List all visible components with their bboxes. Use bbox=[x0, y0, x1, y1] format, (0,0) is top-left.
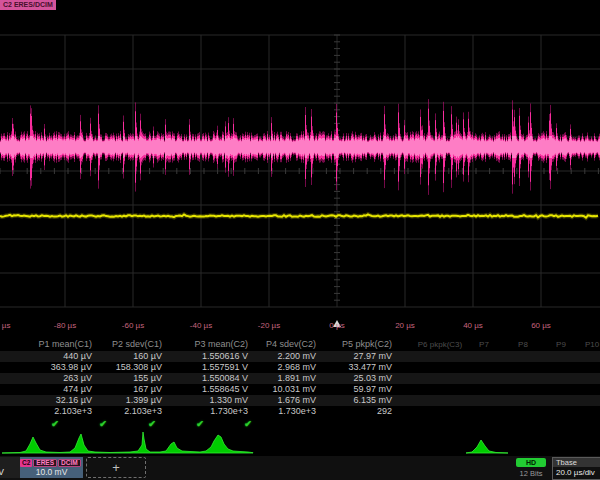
param-value: 1.330 mV bbox=[166, 395, 248, 406]
param-header: P5 pkpk(C2) bbox=[320, 338, 392, 351]
status-check-icon: ✔ bbox=[238, 419, 258, 429]
param-value: 33.477 mV bbox=[320, 362, 392, 373]
param-value: 2.103e+3 bbox=[98, 406, 162, 417]
param-value: 1.558645 V bbox=[166, 384, 248, 395]
histogram-trace bbox=[466, 440, 508, 453]
param-value: 2.103e+3 bbox=[6, 406, 92, 417]
param-value: 1.399 µV bbox=[98, 395, 162, 406]
time-axis-label: -20 µs bbox=[241, 321, 297, 330]
c2-badge: C2 bbox=[20, 459, 32, 467]
param-header: P4 sdev(C2) bbox=[252, 338, 316, 351]
param-column-p5[interactable]: P5 pkpk(C2)27.97 mV33.477 mV25.03 mV59.9… bbox=[320, 338, 392, 417]
parameter-histogram bbox=[0, 432, 600, 456]
param-value: 27.97 mV bbox=[320, 351, 392, 362]
param-value: 167 µV bbox=[98, 384, 162, 395]
param-header-inactive: P10 bbox=[557, 338, 600, 351]
param-value: 1.557591 V bbox=[166, 362, 248, 373]
param-column-p4[interactable]: P4 sdev(C2)2.200 mV2.968 mV1.891 mV10.03… bbox=[252, 338, 316, 417]
time-axis-label: -80 µs bbox=[37, 321, 93, 330]
param-header: P3 mean(C2) bbox=[166, 338, 248, 351]
trace-annotation-badge: C2 ERES/DCIM bbox=[0, 0, 56, 10]
param-value: 1.550616 V bbox=[166, 351, 248, 362]
timebase-value: 20.0 µs/div bbox=[553, 467, 600, 478]
param-value: 32.16 µV bbox=[6, 395, 92, 406]
param-column-p2[interactable]: P2 sdev(C1)160 µV158.308 µV155 µV167 µV1… bbox=[98, 338, 162, 417]
channel-c1-descriptor[interactable]: C1 DCIM 10.0 mV bbox=[0, 457, 20, 478]
param-value: 1.730e+3 bbox=[252, 406, 316, 417]
measurement-table: P1 mean(C1)440 µV363.98 µV263 µV474 µV32… bbox=[0, 338, 600, 432]
oscilloscope-screen: C2 ERES/DCIM -100 µs-80 µs-60 µs-40 µs-2… bbox=[0, 0, 600, 480]
time-axis-label: 60 µs bbox=[513, 321, 569, 330]
param-value: 292 bbox=[320, 406, 392, 417]
time-axis-label: 20 µs bbox=[377, 321, 433, 330]
trigger-marker-icon bbox=[0, 0, 600, 334]
param-value: 155 µV bbox=[98, 373, 162, 384]
param-value: 10.031 mV bbox=[252, 384, 316, 395]
time-axis-label: -100 µs bbox=[0, 321, 25, 330]
time-axis-label: 40 µs bbox=[445, 321, 501, 330]
status-check-icon: ✔ bbox=[45, 419, 65, 429]
param-value: 2.200 mV bbox=[252, 351, 316, 362]
add-trace-button[interactable]: + bbox=[86, 457, 146, 478]
param-column-p1[interactable]: P1 mean(C1)440 µV363.98 µV263 µV474 µV32… bbox=[6, 338, 92, 417]
time-axis-label: 0 µs bbox=[309, 321, 365, 330]
timebase-label: Tbase bbox=[553, 458, 600, 467]
bits-label: 12 Bits bbox=[510, 469, 552, 478]
channel-c2-descriptor[interactable]: C2 ERES DCIM 10.0 mV bbox=[20, 457, 83, 478]
histogram-trace bbox=[2, 432, 253, 453]
param-value: 1.550084 V bbox=[166, 373, 248, 384]
param-value: 6.135 mV bbox=[320, 395, 392, 406]
param-header: P2 sdev(C1) bbox=[98, 338, 162, 351]
param-value: 160 µV bbox=[98, 351, 162, 362]
status-check-icon: ✔ bbox=[142, 419, 162, 429]
param-value: 474 µV bbox=[6, 384, 92, 395]
param-column-p3[interactable]: P3 mean(C2)1.550616 V1.557591 V1.550084 … bbox=[166, 338, 248, 417]
c2-eres-badge: ERES bbox=[33, 459, 57, 467]
param-value: 1.891 mV bbox=[252, 373, 316, 384]
param-value: 158.308 µV bbox=[98, 362, 162, 373]
hd-mode-badge[interactable]: HD bbox=[516, 458, 546, 467]
time-axis-label: -60 µs bbox=[105, 321, 161, 330]
c2-scale: 10.0 mV bbox=[20, 467, 83, 478]
param-value: 59.97 mV bbox=[320, 384, 392, 395]
c1-scale: 10.0 mV bbox=[0, 467, 20, 478]
param-value: 1.730e+3 bbox=[166, 406, 248, 417]
timebase-descriptor[interactable]: Tbase 20.0 µs/div bbox=[552, 457, 600, 480]
status-check-icon: ✔ bbox=[190, 419, 210, 429]
c2-dcim-badge: DCIM bbox=[58, 459, 81, 467]
status-check-icon: ✔ bbox=[93, 419, 113, 429]
param-value: 363.98 µV bbox=[6, 362, 92, 373]
param-value: 1.676 mV bbox=[252, 395, 316, 406]
time-axis-label: -40 µs bbox=[173, 321, 229, 330]
param-value: 263 µV bbox=[6, 373, 92, 384]
param-value: 2.968 mV bbox=[252, 362, 316, 373]
param-value: 440 µV bbox=[6, 351, 92, 362]
bottom-bar: C1 DCIM 10.0 mV C2 ERES DCIM 10.0 mV + H… bbox=[0, 456, 600, 480]
param-value: 25.03 mV bbox=[320, 373, 392, 384]
param-header: P1 mean(C1) bbox=[6, 338, 92, 351]
